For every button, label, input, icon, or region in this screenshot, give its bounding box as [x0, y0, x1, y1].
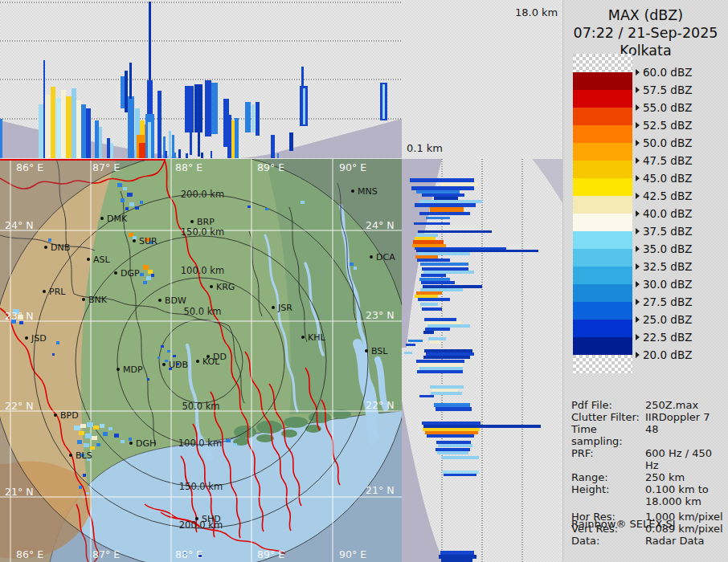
city-dot-BSL [365, 349, 368, 352]
map-echo-cell [129, 202, 134, 206]
xz-echo-bar [301, 67, 304, 88]
map-echo-cell [79, 486, 82, 489]
metadata-value: 48 [645, 423, 659, 447]
colorbar-threshold-label: 30.0 dBZ [636, 278, 692, 291]
yz-echo-bar [422, 193, 464, 197]
yz-echo-bar [425, 431, 478, 434]
city-dot-DGH [129, 442, 133, 445]
map-echo-cell [84, 443, 89, 447]
map-echo-cell [127, 193, 133, 197]
city-dot-KHL [301, 336, 305, 339]
xz-echo-bar [201, 153, 203, 158]
yz-echo-bar [436, 407, 472, 411]
map-echo-cell [173, 355, 176, 357]
colorbar-swatch [573, 231, 632, 249]
range-ring-label: 50.0 km [183, 306, 221, 317]
yz-echo-bar [419, 367, 463, 370]
yz-echo-bar [420, 288, 463, 291]
metadata-row: Data:Radar Data [571, 535, 726, 547]
colorbar-threshold-label: 57.5 dBZ [636, 83, 692, 96]
colorbar-threshold-label: 60.0 dBZ [636, 66, 692, 79]
range-ring-label: 200.0 km [181, 189, 224, 200]
map-echo-cell [79, 431, 84, 435]
legend-panel: MAX (dBZ) 07:22 / 21-Sep-2025 Kolkata 60… [562, 0, 728, 562]
longitude-label: 87° E [92, 548, 120, 560]
xz-echo-bar [231, 120, 235, 158]
longitude-label: 88° E [175, 161, 202, 173]
map-echo-cell [90, 446, 95, 450]
map-echo-cell [148, 270, 153, 274]
map-echo-cell [233, 443, 237, 446]
map-echo-cell [80, 424, 86, 428]
city-dot-DNB [44, 246, 47, 249]
map-echo-cell [140, 201, 143, 204]
yz-echo-bar [436, 448, 470, 451]
threshold-arrow-icon [636, 246, 640, 252]
colorbar-swatch [573, 72, 632, 90]
xz-echo-bar [110, 143, 113, 158]
latitude-label: 24° N [366, 219, 394, 231]
colorbar-swatch [573, 90, 632, 108]
map-echo-cell [350, 263, 354, 266]
map-echo-cell [143, 281, 147, 284]
colorbar-threshold-label: 32.5 dBZ [636, 260, 692, 273]
xz-echo-bar [186, 153, 188, 158]
threshold-arrow-icon [636, 193, 640, 199]
map-echo-cell [129, 438, 132, 441]
map-echo-cell [48, 238, 51, 242]
height-axis-min-label: 0.1 km [407, 142, 443, 154]
yz-echo-bar [417, 259, 450, 262]
city-label-DNB: DNB [51, 242, 70, 253]
city-label-DGH: DGH [136, 438, 156, 449]
map-echo-cell [52, 353, 55, 356]
yz-echo-bar [426, 352, 474, 356]
yz-echo-bar [428, 337, 446, 340]
yz-echo-bar [422, 422, 481, 425]
xz-echo-bar [229, 154, 231, 158]
xz-crosssection-panel [0, 0, 402, 159]
yz-echo-bar [418, 252, 470, 255]
colorbar-swatch [573, 125, 632, 143]
metadata-row: Time sampling:48 [571, 423, 726, 447]
city-label-BDW: BDW [165, 295, 186, 306]
map-echo-cell [121, 198, 125, 202]
yz-echo-bar [423, 271, 474, 274]
yz-echo-bar [421, 274, 446, 277]
xz-echo-bar [51, 87, 55, 158]
yz-echo-bar [442, 456, 479, 459]
xz-echo-bar [128, 96, 134, 158]
yz-echo-bar [444, 474, 476, 476]
yz-echo-bar [423, 331, 434, 334]
xz-echo-bar [235, 118, 239, 158]
metadata-value: 600 Hz / 450 Hz [645, 447, 726, 471]
xz-echo-bar [81, 104, 86, 158]
threshold-arrow-icon [636, 210, 640, 217]
longitude-label: 90° E [339, 161, 366, 173]
xz-echo-bar [107, 138, 110, 158]
city-dot-MNS [351, 189, 354, 193]
longitude-label: 89° E [257, 548, 284, 560]
longitude-label: 88° E [175, 548, 202, 560]
map-echo-cell [140, 273, 144, 276]
map-echo-cell [93, 426, 99, 430]
yz-echo-bar [406, 344, 415, 346]
map-top-border [0, 159, 166, 161]
latitude-label: 23° N [366, 309, 394, 321]
city-dot-PRL [43, 290, 46, 293]
map-echo-cell [265, 208, 268, 210]
yz-echo-bar [416, 291, 442, 295]
map-echo-cell [133, 236, 137, 239]
city-dot-SHD [195, 517, 198, 520]
metadata-label: Height: [571, 483, 645, 507]
xz-echo-bar [99, 127, 102, 158]
longitude-label: 86° E [16, 548, 43, 560]
metadata-row: PRF:600 Hz / 450 Hz [571, 447, 726, 471]
threshold-arrow-icon [636, 334, 640, 340]
dbz-colorbar: 60.0 dBZ57.5 dBZ55.0 dBZ52.5 dBZ50.0 dBZ… [573, 54, 632, 373]
map-echo-cell [226, 439, 231, 442]
xz-echo-bar [289, 132, 293, 151]
colorbar-threshold-label: 20.0 dBZ [636, 348, 692, 361]
map-echo-cell [92, 436, 97, 440]
city-dot-MDP [117, 368, 120, 371]
yz-echo-bar [415, 247, 506, 250]
